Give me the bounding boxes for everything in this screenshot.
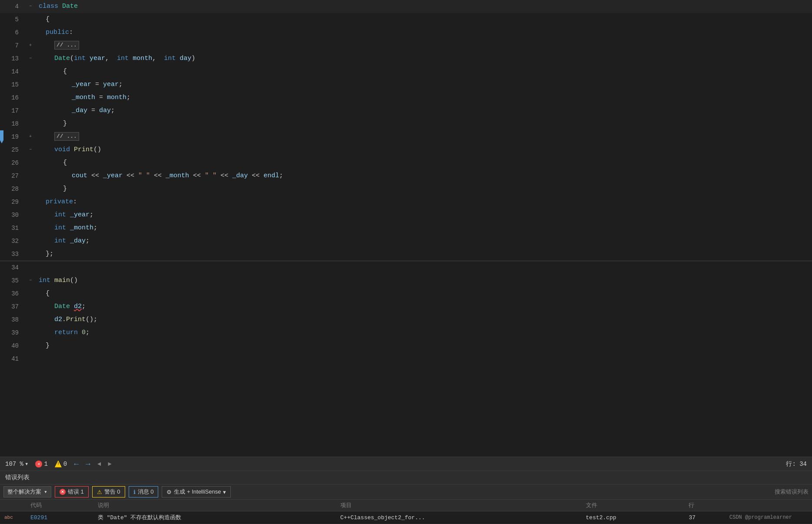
fold-icon-7[interactable]: + bbox=[29, 39, 32, 52]
line-content-27: cout << _year << " " << _month << " " <<… bbox=[37, 169, 812, 182]
collapsed-box-19[interactable]: // ... bbox=[54, 132, 79, 141]
error-row-1[interactable]: abc E0291 类 "Date" 不存在默认构造函数 C++Classes_… bbox=[0, 511, 812, 524]
gutter-32 bbox=[24, 235, 37, 248]
line-26: 26 { bbox=[0, 156, 812, 169]
collapsed-box-7[interactable]: // ... bbox=[54, 41, 79, 50]
line-num-16: 16 bbox=[0, 91, 24, 104]
line-28: 28 } bbox=[0, 182, 812, 196]
warning-filter-button[interactable]: ⚠ 警告 0 bbox=[92, 486, 125, 497]
gutter-33 bbox=[24, 248, 37, 261]
fold-icon-19[interactable]: + bbox=[29, 130, 32, 143]
generate-dropdown-icon[interactable]: ▾ bbox=[223, 489, 226, 495]
col-code[interactable]: 代码 bbox=[26, 500, 93, 511]
filter-dropdown-icon[interactable]: ▾ bbox=[44, 488, 47, 495]
gutter-5 bbox=[24, 13, 37, 26]
line-num-25: 25 bbox=[0, 143, 24, 156]
line-13: 13 − Date(int year, int month, int day) bbox=[0, 52, 812, 65]
line-content-26: { bbox=[37, 156, 812, 169]
fold-icon-25[interactable]: − bbox=[29, 143, 32, 156]
gutter-13[interactable]: − bbox=[24, 52, 37, 65]
warning-count-display: ! 0 bbox=[55, 461, 67, 468]
line-30: 30 int _year; bbox=[0, 209, 812, 222]
line-info: 行: 34 bbox=[786, 460, 807, 468]
col-desc: 说明 bbox=[93, 500, 336, 511]
gutter-4[interactable]: − bbox=[24, 0, 37, 13]
gutter-7[interactable]: + bbox=[24, 39, 37, 52]
line-content-13: Date(int year, int month, int day) bbox=[37, 52, 812, 65]
gutter-28 bbox=[24, 182, 37, 196]
line-content-36: { bbox=[37, 287, 812, 300]
line-36: 36 { bbox=[0, 287, 812, 300]
line-content-33: }; bbox=[37, 248, 812, 261]
line-14: 14 { bbox=[0, 65, 812, 78]
gutter-31 bbox=[24, 222, 37, 235]
line-num-36: 36 bbox=[0, 287, 24, 300]
line-content-7: // ... bbox=[37, 39, 812, 52]
info-btn-label: 消息 0 bbox=[138, 488, 154, 496]
gutter-14 bbox=[24, 65, 37, 78]
line-content-34 bbox=[37, 261, 812, 274]
code-container: 4 − class Date 5 { 6 public: 7 + // ... … bbox=[0, 0, 812, 457]
nav-right-button[interactable]: → bbox=[86, 460, 90, 468]
zoom-dropdown-icon[interactable]: ▾ bbox=[25, 460, 28, 468]
line-content-37: Date d2; bbox=[37, 300, 812, 313]
line-content-4: class Date bbox=[37, 0, 812, 13]
line-num-7: 7 bbox=[0, 39, 24, 52]
gutter-35[interactable]: − bbox=[24, 274, 37, 287]
line-content-28: } bbox=[37, 182, 812, 196]
search-errors[interactable]: 搜索错误列表 bbox=[775, 488, 809, 496]
error-btn-icon: ✕ bbox=[60, 489, 66, 495]
line-content-41 bbox=[37, 352, 812, 365]
error-source-1: CSDN @programlearner bbox=[725, 511, 812, 524]
line-num-28: 28 bbox=[0, 182, 24, 196]
zoom-control[interactable]: 107 % ▾ bbox=[5, 460, 28, 468]
line-27: 27 cout << _year << " " << _month << " "… bbox=[0, 169, 812, 182]
line-15: 15 _year = year; bbox=[0, 78, 812, 91]
line-39: 39 return 0; bbox=[0, 326, 812, 339]
col-extra bbox=[725, 500, 812, 511]
line-num-15: 15 bbox=[0, 78, 24, 91]
fold-icon-13[interactable]: − bbox=[29, 52, 32, 65]
line-num-18: 18 bbox=[0, 117, 24, 130]
gutter-17 bbox=[24, 104, 37, 117]
line-19: 19 + // ... bbox=[0, 130, 812, 143]
line-content-15: _year = year; bbox=[37, 78, 812, 91]
scroll-right-button[interactable]: ► bbox=[108, 461, 111, 468]
line-num-37: 37 bbox=[0, 300, 24, 313]
gutter-27 bbox=[24, 169, 37, 182]
fold-icon-4[interactable]: − bbox=[29, 0, 32, 13]
gutter-40 bbox=[24, 339, 37, 352]
line-content-32: int _day; bbox=[37, 235, 812, 248]
gutter-25[interactable]: − bbox=[24, 143, 37, 156]
line-num-34: 34 bbox=[0, 261, 24, 274]
scroll-left-button[interactable]: ◄ bbox=[97, 461, 101, 468]
error-count-label: 1 bbox=[44, 461, 47, 468]
line-content-31: int _month; bbox=[37, 222, 812, 235]
col-file: 文件 bbox=[582, 500, 685, 511]
line-7: 7 + // ... bbox=[0, 39, 812, 52]
line-29: 29 private: bbox=[0, 196, 812, 209]
line-25: 25 − void Print() bbox=[0, 143, 812, 156]
fold-icon-35[interactable]: − bbox=[29, 274, 32, 287]
gutter-26 bbox=[24, 156, 37, 169]
generate-filter-button[interactable]: ⚙ 生成 + IntelliSense ▾ bbox=[162, 486, 231, 497]
nav-left-button[interactable]: ← bbox=[74, 460, 79, 468]
error-desc-1: 类 "Date" 不存在默认构造函数 bbox=[93, 511, 336, 524]
col-type bbox=[0, 500, 26, 511]
error-project-1: C++Classes_object2_for... bbox=[336, 511, 582, 524]
warn-btn-label: 警告 0 bbox=[104, 488, 120, 496]
gutter-19[interactable]: + bbox=[24, 130, 37, 143]
error-status-icon: ✕ bbox=[35, 461, 42, 468]
warning-triangle-icon: ! bbox=[57, 462, 59, 466]
line-38: 38 d2.Print(); bbox=[0, 313, 812, 326]
status-bar: 107 % ▾ ✕ 1 ! 0 ← → ◄ ► 行: 34 bbox=[0, 457, 812, 471]
line-num-30: 30 bbox=[0, 209, 24, 222]
info-filter-button[interactable]: ℹ 消息 0 bbox=[129, 486, 159, 497]
error-panel-toolbar: 整个解决方案 ▾ ✕ 错误 1 ⚠ 警告 0 ℹ 消息 0 ⚙ 生成 + Int… bbox=[0, 484, 812, 500]
error-panel: 错误列表 整个解决方案 ▾ ✕ 错误 1 ⚠ 警告 0 ℹ 消息 0 ⚙ 生成 … bbox=[0, 471, 812, 524]
filter-dropdown[interactable]: 整个解决方案 ▾ bbox=[3, 486, 51, 497]
error-filter-button[interactable]: ✕ 错误 1 bbox=[55, 486, 89, 497]
warning-status-icon: ! bbox=[55, 461, 62, 468]
error-table-header: 代码 说明 项目 文件 行 bbox=[0, 500, 812, 511]
gutter-37 bbox=[24, 300, 37, 313]
